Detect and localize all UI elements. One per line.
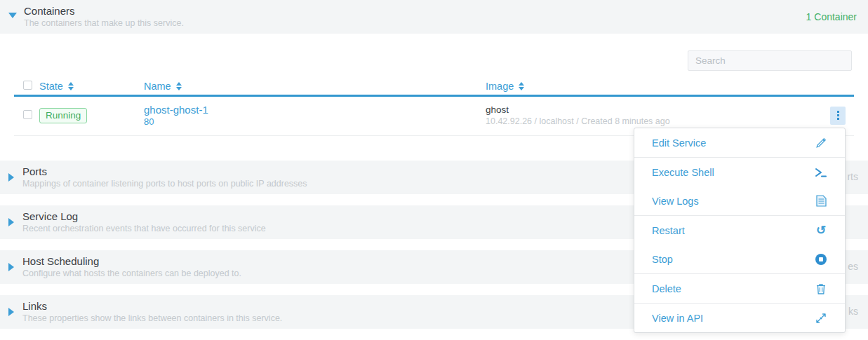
menu-item-execute-shell[interactable]: Execute Shell xyxy=(634,158,845,186)
terminal-icon xyxy=(815,166,827,179)
menu-item-restart[interactable]: Restart ↺ xyxy=(634,216,845,245)
image-detail: 10.42.92.26 / localhost / Created 8 minu… xyxy=(486,116,822,127)
select-all-checkbox[interactable] xyxy=(23,81,32,90)
menu-item-edit-service[interactable]: Edit Service xyxy=(634,128,845,157)
menu-item-label: View Logs xyxy=(652,196,699,207)
section-title: Ports xyxy=(22,165,307,178)
section-subtitle: Configure what hosts the containers can … xyxy=(22,268,241,280)
menu-item-label: Edit Service xyxy=(652,137,706,149)
section-count-fragment: es xyxy=(848,261,858,272)
menu-item-label: Delete xyxy=(652,283,681,294)
menu-item-label: Restart xyxy=(652,225,685,236)
containers-section-header[interactable]: Containers The containers that make up t… xyxy=(0,0,868,34)
column-label: Name xyxy=(144,81,171,92)
menu-item-label: Stop xyxy=(652,254,673,265)
row-actions-menu: Edit Service Execute Shell View Logs xyxy=(634,128,846,333)
section-subtitle: These properties show the links between … xyxy=(22,313,282,325)
menu-item-view-in-api[interactable]: View in API xyxy=(634,304,845,332)
section-subtitle: Mappings of container listening ports to… xyxy=(22,178,307,190)
expand-caret-icon[interactable] xyxy=(8,308,14,316)
container-port: 80 xyxy=(144,116,486,127)
menu-item-label: View in API xyxy=(652,313,703,324)
containers-section-titles: Containers The containers that make up t… xyxy=(24,4,184,29)
table-header-row: State Name Image xyxy=(14,78,854,97)
expand-caret-icon[interactable] xyxy=(8,218,14,226)
column-header-name[interactable]: Name xyxy=(144,81,486,92)
sort-icon[interactable] xyxy=(519,82,524,90)
menu-item-label: Execute Shell xyxy=(652,167,714,178)
menu-item-view-logs[interactable]: View Logs xyxy=(634,186,845,215)
section-title: Links xyxy=(22,299,282,313)
image-name: ghost xyxy=(486,104,822,116)
container-name-link[interactable]: ghost-ghost-1 xyxy=(144,104,208,116)
restart-icon: ↺ xyxy=(815,224,827,237)
section-title: Containers xyxy=(24,4,184,18)
row-actions-kebab-button[interactable] xyxy=(830,107,846,125)
section-subtitle: Recent orchestration events that have oc… xyxy=(22,223,266,235)
column-label: State xyxy=(39,81,63,92)
collapse-caret-icon[interactable] xyxy=(8,13,17,18)
section-subtitle: The containers that make up this service… xyxy=(24,18,184,29)
pencil-icon xyxy=(815,137,827,149)
status-badge: Running xyxy=(39,108,87,123)
menu-item-delete[interactable]: Delete xyxy=(634,274,845,303)
column-header-state[interactable]: State xyxy=(39,81,144,92)
column-label: Image xyxy=(486,81,514,92)
stop-icon xyxy=(815,253,827,266)
expand-caret-icon[interactable] xyxy=(8,173,14,182)
document-icon xyxy=(815,195,827,208)
column-header-image[interactable]: Image xyxy=(486,81,822,92)
sort-icon[interactable] xyxy=(176,82,182,90)
row-checkbox[interactable] xyxy=(23,110,32,119)
section-count-fragment: ks xyxy=(848,306,858,317)
search-row xyxy=(0,34,868,71)
search-input[interactable] xyxy=(688,50,852,71)
external-link-icon xyxy=(815,312,827,325)
expand-caret-icon[interactable] xyxy=(8,263,14,271)
section-count-fragment: rts xyxy=(847,171,858,182)
sort-icon[interactable] xyxy=(68,82,74,90)
menu-item-stop[interactable]: Stop xyxy=(634,245,845,273)
container-count-badge: 1 Container xyxy=(806,11,857,22)
trash-icon xyxy=(815,283,827,295)
section-title: Host Scheduling xyxy=(22,254,241,268)
section-title: Service Log xyxy=(22,210,266,223)
